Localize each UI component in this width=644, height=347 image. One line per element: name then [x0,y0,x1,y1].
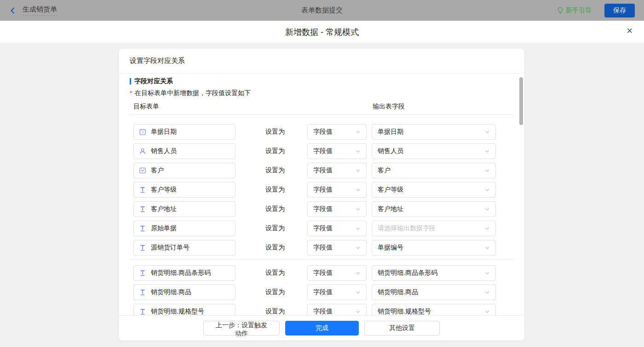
beginner-guide-link[interactable]: 新手引导 [557,6,592,15]
chevron-down-icon [484,226,490,231]
beginner-guide-label: 新手引导 [566,6,592,15]
chevron-down-icon [355,206,361,212]
source-field[interactable]: 客户地址 [133,201,236,217]
chevron-down-icon [355,168,361,173]
output-field-select[interactable]: 销货明细.规格型号 [372,304,496,315]
calendar-icon: 7 [139,128,146,136]
source-field[interactable]: 源销货订单号 [133,240,236,256]
set-as-label: 设置为 [265,288,285,296]
save-button[interactable]: 保存 [604,4,635,17]
back-button[interactable] [9,7,17,14]
modal-header: 新增数据 - 常规模式 ✕ [0,21,644,44]
output-field-select[interactable]: 销货明细.商品条形码 [372,265,496,281]
output-field-select[interactable]: 客户 [372,163,496,178]
source-field-label: 销货明细.规格型号 [151,307,204,315]
value-mode-select[interactable]: 字段值 [307,124,367,140]
source-field[interactable]: 销售人员 [133,143,236,159]
chevron-down-icon [355,290,361,295]
panel-content: 字段对应关系 *在目标表单中新增数据，字段值设置如下 目标表单 输出表字段 7 … [119,74,524,315]
source-field[interactable]: 销货明细.商品 [133,284,236,300]
mapping-row: 销货明细.商品条形码 设置为 字段值 销货明细.商品条形码 [130,265,513,281]
select-field-icon [139,167,146,174]
svg-text:7: 7 [142,131,144,135]
mapping-row: 销售人员 设置为 字段值 销售人员 [130,143,513,159]
source-field-label: 单据日期 [151,128,177,136]
source-field-label: 销货明细.商品条形码 [151,269,211,277]
source-field-label: 客户等级 [151,186,177,194]
mapping-row: 客户 设置为 字段值 客户 [130,163,513,178]
scrollbar-thumb[interactable] [519,77,523,125]
close-icon[interactable]: ✕ [627,27,633,35]
output-field-select[interactable]: 客户地址 [372,201,496,217]
value-mode-select[interactable]: 字段值 [307,201,367,217]
required-hint: *在目标表单中新增数据，字段值设置如下 [130,88,513,98]
source-field[interactable]: 7 单据日期 [133,124,236,140]
source-field[interactable]: 销货明细.商品条形码 [133,265,236,281]
output-field-select[interactable]: 单据编号 [372,240,496,256]
value-mode-select[interactable]: 字段值 [307,240,367,256]
modal-body: 设置字段对应关系 字段对应关系 *在目标表单中新增数据，字段值设置如下 目标表单… [0,44,644,347]
chevron-down-icon [484,270,490,276]
column-header-target-form: 目标表单 [133,102,159,111]
chevron-down-icon [484,245,490,250]
mapping-row: 7 单据日期 设置为 字段值 单据日期 [130,124,513,140]
done-button[interactable]: 完成 [285,321,359,336]
chevron-down-icon [355,309,361,314]
mapping-row: 原始单据 设置为 字段值 请选择输出数据字段 [130,221,513,236]
source-field[interactable]: 销货明细.规格型号 [133,304,236,315]
text-field-icon [139,186,146,193]
prev-step-button[interactable]: 上一步：设置触发动作 [203,321,280,336]
workflow-name[interactable]: 生成销货单 [23,5,57,16]
source-field[interactable]: 客户 [133,163,236,178]
chevron-down-icon [484,148,490,154]
chevron-down-icon [484,168,490,173]
set-as-label: 设置为 [265,186,285,194]
panel-header: 设置字段对应关系 [119,49,524,74]
chevron-down-icon [484,309,490,314]
chevron-down-icon [484,129,490,135]
output-field-select[interactable]: 客户等级 [372,182,496,198]
chevron-down-icon [355,148,361,154]
source-field-label: 销售人员 [151,147,177,155]
output-field-select[interactable]: 单据日期 [372,124,496,140]
source-field-label: 源销货订单号 [151,244,190,252]
mapping-row: 销货明细.商品 设置为 字段值 销货明细.商品 [130,284,513,300]
group-divider [130,259,513,260]
value-mode-select[interactable]: 字段值 [307,182,367,198]
chevron-down-icon [484,206,490,212]
value-mode-select[interactable]: 字段值 [307,304,367,315]
chevron-down-icon [484,187,490,193]
required-asterisk: * [130,90,132,97]
output-field-select[interactable]: 销货明细.商品 [372,284,496,300]
text-field-icon [139,205,146,213]
value-mode-select[interactable]: 字段值 [307,163,367,178]
field-mapping-panel: 设置字段对应关系 字段对应关系 *在目标表单中新增数据，字段值设置如下 目标表单… [119,49,524,341]
text-field-icon [139,225,146,232]
set-as-label: 设置为 [265,244,285,252]
value-mode-select[interactable]: 字段值 [307,265,367,281]
chevron-down-icon [355,129,361,135]
set-as-label: 设置为 [265,147,285,155]
other-settings-button[interactable]: 其他设置 [364,321,440,336]
source-field[interactable]: 原始单据 [133,221,236,236]
chevron-down-icon [355,226,361,231]
page-title: 表单数据提交 [0,6,644,15]
value-mode-select[interactable]: 字段值 [307,221,367,236]
section-title-label: 字段对应关系 [134,77,173,85]
mapping-row: 销货明细.规格型号 设置为 字段值 销货明细.规格型号 [130,304,513,315]
source-field[interactable]: 客户等级 [133,182,236,198]
value-mode-select[interactable]: 字段值 [307,143,367,159]
source-field-label: 销货明细.商品 [151,288,191,296]
text-field-icon [139,269,146,277]
value-mode-select[interactable]: 字段值 [307,284,367,300]
mapping-row: 源销货订单号 设置为 字段值 单据编号 [130,240,513,256]
set-as-label: 设置为 [265,166,285,175]
modal-title: 新增数据 - 常规模式 [285,27,359,38]
output-field-select[interactable]: 请选择输出数据字段 [372,221,496,236]
chevron-left-icon [9,7,17,14]
text-field-icon [139,289,146,296]
set-as-label: 设置为 [265,307,285,315]
set-as-label: 设置为 [265,269,285,277]
output-field-select[interactable]: 销售人员 [372,143,496,159]
source-field-label: 客户 [151,166,164,175]
